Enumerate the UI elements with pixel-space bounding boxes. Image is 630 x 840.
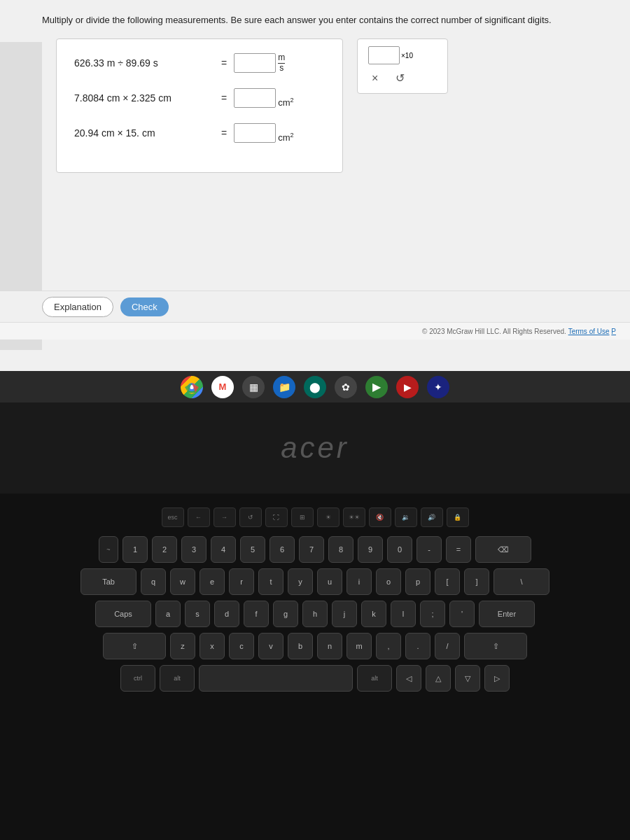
explanation-button[interactable]: Explanation xyxy=(42,297,113,317)
key-h[interactable]: h xyxy=(302,601,328,627)
key-s[interactable]: s xyxy=(185,601,210,627)
close-button[interactable]: × xyxy=(368,71,382,86)
key-caps[interactable]: Caps xyxy=(95,601,151,627)
acer-logo-area: acer xyxy=(0,402,630,493)
key-7[interactable]: 7 xyxy=(299,536,324,563)
key-u[interactable]: u xyxy=(317,568,342,595)
taskbar-icon-pinwheel[interactable]: ✦ xyxy=(427,376,449,398)
copyright-bar: © 2023 McGraw Hill LLC. All Rights Reser… xyxy=(0,322,630,340)
equals-3: = xyxy=(221,127,227,139)
key-z[interactable]: z xyxy=(170,633,195,659)
key-a[interactable]: a xyxy=(155,601,181,627)
key-period[interactable]: . xyxy=(405,633,430,659)
key-x[interactable]: x xyxy=(200,633,225,659)
key-n[interactable]: n xyxy=(317,633,342,659)
key-9[interactable]: 9 xyxy=(358,536,383,563)
fn-key-windows[interactable]: ⊞ xyxy=(291,507,314,527)
taskbar-icon-slides[interactable]: ▦ xyxy=(242,376,265,398)
key-1[interactable]: 1 xyxy=(122,536,148,563)
fn-key-refresh[interactable]: ↺ xyxy=(239,507,262,527)
key-b[interactable]: b xyxy=(288,633,313,659)
key-k[interactable]: k xyxy=(361,601,386,627)
terms-link[interactable]: Terms of Use xyxy=(568,328,610,335)
key-slash[interactable]: / xyxy=(435,633,460,659)
key-f[interactable]: f xyxy=(244,601,269,627)
taskbar-icon-youtube[interactable]: ▶ xyxy=(396,376,419,398)
key-enter[interactable]: Enter xyxy=(479,601,535,627)
key-bracket-open[interactable]: [ xyxy=(435,568,460,595)
key-i[interactable]: i xyxy=(346,568,372,595)
check-button[interactable]: Check xyxy=(120,298,169,316)
key-6[interactable]: 6 xyxy=(270,536,295,563)
key-w[interactable]: w xyxy=(170,568,195,595)
key-minus[interactable]: - xyxy=(416,536,442,563)
taskbar-icon-meet[interactable]: ⬤ xyxy=(304,376,326,398)
fn-key-back[interactable]: ← xyxy=(188,507,210,527)
key-arrow-left[interactable]: ◁ xyxy=(396,665,421,692)
copyright-text: © 2023 McGraw Hill LLC. All Rights Reser… xyxy=(422,328,566,335)
key-4[interactable]: 4 xyxy=(211,536,236,563)
fn-key-mute[interactable]: 🔇 xyxy=(369,507,391,527)
key-ctrl[interactable]: ctrl xyxy=(120,665,155,692)
privacy-link[interactable]: P xyxy=(611,328,616,335)
undo-button[interactable]: ↺ xyxy=(392,70,408,86)
key-m[interactable]: m xyxy=(346,633,372,659)
key-y[interactable]: y xyxy=(288,568,313,595)
key-e[interactable]: e xyxy=(200,568,225,595)
key-alt[interactable]: alt xyxy=(160,665,195,692)
key-alt-right[interactable]: alt xyxy=(357,665,392,692)
taskbar-icon-play[interactable]: ▶ xyxy=(365,376,388,398)
key-2[interactable]: 2 xyxy=(152,536,177,563)
fn-key-bright-up[interactable]: ☀☀ xyxy=(343,507,365,527)
key-g[interactable]: g xyxy=(273,601,298,627)
key-bracket-close[interactable]: ] xyxy=(464,568,489,595)
key-equals[interactable]: = xyxy=(446,536,471,563)
fn-key-vol-up[interactable]: 🔊 xyxy=(421,507,443,527)
taskbar-icon-chrome[interactable] xyxy=(181,376,203,398)
key-quote[interactable]: ' xyxy=(449,601,475,627)
answer-input-3[interactable] xyxy=(234,123,276,143)
answer-input-1[interactable] xyxy=(234,53,276,73)
fn-key-vol-down[interactable]: 🔉 xyxy=(395,507,417,527)
equals-2: = xyxy=(221,92,227,104)
key-shift-right[interactable]: ⇧ xyxy=(464,633,527,659)
key-t[interactable]: t xyxy=(258,568,284,595)
second-answer-input[interactable] xyxy=(368,46,400,64)
fn-key-fwd[interactable]: → xyxy=(214,507,236,527)
taskbar-icon-drive[interactable]: 📁 xyxy=(273,376,295,398)
key-arrow-right[interactable]: ▷ xyxy=(484,665,510,692)
key-q[interactable]: q xyxy=(141,568,166,595)
taskbar-icon-gmail[interactable]: M xyxy=(211,376,234,398)
key-v[interactable]: v xyxy=(258,633,284,659)
key-5[interactable]: 5 xyxy=(240,536,265,563)
taskbar-icon-photos[interactable]: ✿ xyxy=(335,376,357,398)
key-j[interactable]: j xyxy=(332,601,357,627)
key-arrow-up[interactable]: △ xyxy=(426,665,451,692)
key-p[interactable]: p xyxy=(405,568,430,595)
key-comma[interactable]: , xyxy=(376,633,401,659)
key-d[interactable]: d xyxy=(214,601,239,627)
key-backslash[interactable]: \ xyxy=(493,568,550,595)
key-semicolon[interactable]: ; xyxy=(420,601,445,627)
key-3[interactable]: 3 xyxy=(181,536,206,563)
fn-key-esc[interactable]: esc xyxy=(162,507,184,527)
key-space[interactable] xyxy=(199,665,353,692)
key-shift-left[interactable]: ⇧ xyxy=(103,633,166,659)
key-backspace[interactable]: ⌫ xyxy=(475,536,531,563)
key-arrow-down[interactable]: ▽ xyxy=(455,665,480,692)
answer-input-2[interactable] xyxy=(234,88,276,108)
key-tab[interactable]: Tab xyxy=(80,568,136,595)
fn-key-bright-down[interactable]: ☀ xyxy=(317,507,340,527)
key-c[interactable]: c xyxy=(229,633,254,659)
key-r[interactable]: r xyxy=(229,568,254,595)
qwerty-row: Tab q w e r t y u i o p [ ] \ xyxy=(80,568,550,595)
key-o[interactable]: o xyxy=(376,568,401,595)
key-8[interactable]: 8 xyxy=(328,536,354,563)
key-l[interactable]: l xyxy=(391,601,416,627)
key-0[interactable]: 0 xyxy=(387,536,412,563)
key-tilde[interactable]: ~ xyxy=(99,536,118,563)
unit-numerator-1: m xyxy=(278,53,285,64)
fn-key-fullscreen[interactable]: ⛶ xyxy=(265,507,288,527)
problem-3-expression: 20.94 cm × 15. cm xyxy=(74,127,214,139)
fn-key-lock[interactable]: 🔒 xyxy=(447,507,469,527)
